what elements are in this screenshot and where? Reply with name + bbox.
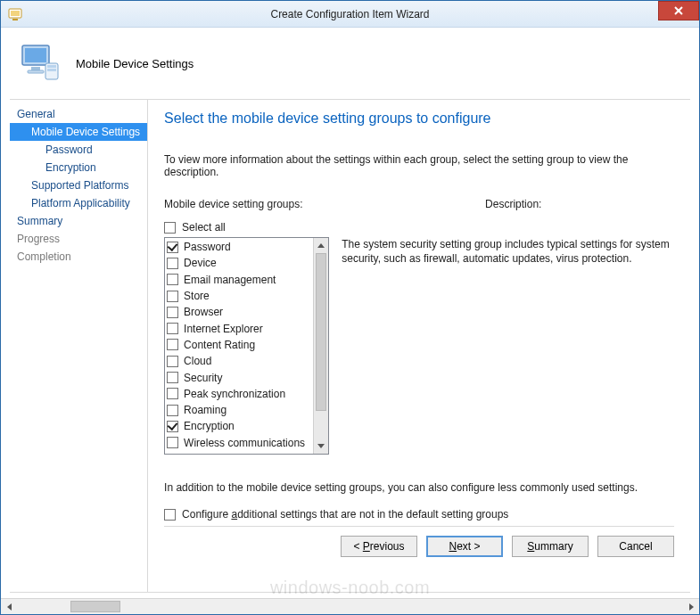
group-item-content-rating[interactable]: Content Rating (167, 337, 311, 353)
scroll-thumb[interactable] (316, 253, 326, 411)
configure-additional-label[interactable]: Configure additional settings that are n… (182, 508, 508, 521)
nav-item-supported-platforms[interactable]: Supported Platforms (10, 176, 147, 194)
banner: Mobile Device Settings (10, 37, 690, 99)
group-checkbox-store[interactable] (167, 291, 178, 302)
group-label-email-management[interactable]: Email management (184, 274, 276, 286)
group-checkbox-password[interactable] (167, 242, 178, 253)
group-checkbox-wireless-communications[interactable] (167, 437, 178, 448)
nav-item-progress: Progress (10, 230, 147, 248)
group-label-roaming[interactable]: Roaming (184, 404, 226, 416)
group-item-email-management[interactable]: Email management (167, 272, 311, 288)
body-area: Mobile Device Settings GeneralMobile Dev… (1, 28, 699, 598)
group-label-browser[interactable]: Browser (184, 306, 223, 318)
group-item-browser[interactable]: Browser (167, 304, 311, 320)
hscroll-thumb[interactable] (70, 601, 120, 612)
group-item-roaming[interactable]: Roaming (167, 402, 311, 418)
svg-marker-12 (317, 243, 325, 248)
cancel-button[interactable]: Cancel (597, 536, 674, 557)
group-label-cloud[interactable]: Cloud (184, 355, 211, 367)
group-checkbox-peak-synchronization[interactable] (167, 388, 178, 399)
nav-item-mobile-device-settings[interactable]: Mobile Device Settings (10, 123, 147, 141)
group-checkbox-email-management[interactable] (167, 274, 178, 285)
group-label-device[interactable]: Device (184, 257, 217, 269)
group-checkbox-device[interactable] (167, 258, 178, 269)
group-label-wireless-communications[interactable]: Wireless communications (184, 437, 305, 449)
scroll-up-icon[interactable] (314, 238, 328, 253)
group-checkbox-cloud[interactable] (167, 356, 178, 367)
svg-rect-7 (31, 67, 40, 70)
group-checkbox-content-rating[interactable] (167, 339, 178, 350)
group-item-encryption[interactable]: Encryption (167, 418, 311, 434)
group-checkbox-encryption[interactable] (167, 421, 178, 432)
nav-item-general[interactable]: General (10, 105, 147, 123)
select-all-row: Select all (164, 221, 674, 234)
footer-buttons: < Previous Next > Summary Cancel (164, 526, 674, 557)
intro-text: To view more information about the setti… (164, 153, 674, 178)
scroll-down-icon[interactable] (314, 439, 328, 454)
svg-marker-15 (689, 603, 694, 611)
main-split: GeneralMobile Device SettingsPasswordEnc… (10, 99, 690, 593)
group-checkbox-security[interactable] (167, 372, 178, 383)
column-labels: Mobile device setting groups: Descriptio… (164, 198, 674, 210)
svg-rect-6 (25, 48, 46, 62)
description-label: Description: (485, 198, 674, 210)
previous-button[interactable]: < Previous (341, 536, 417, 557)
svg-rect-1 (11, 11, 20, 16)
group-item-cloud[interactable]: Cloud (167, 353, 311, 369)
svg-rect-2 (12, 19, 18, 20)
window-hscrollbar[interactable] (1, 598, 699, 614)
group-label-password[interactable]: Password (184, 241, 231, 253)
group-item-internet-explorer[interactable]: Internet Explorer (167, 320, 311, 336)
svg-rect-10 (47, 65, 56, 68)
hscroll-track[interactable] (17, 599, 683, 614)
next-button[interactable]: Next > (426, 536, 503, 557)
wizard-nav: GeneralMobile Device SettingsPasswordEnc… (10, 99, 147, 593)
content-pane: Select the mobile device setting groups … (147, 99, 690, 593)
hscroll-right-icon[interactable] (683, 599, 699, 614)
groups-listbox-items: PasswordDeviceEmail managementStoreBrows… (165, 238, 313, 454)
group-item-device[interactable]: Device (167, 255, 311, 271)
titlebar: Create Configuration Item Wizard (1, 1, 699, 28)
computer-icon (19, 42, 62, 85)
group-checkbox-browser[interactable] (167, 307, 178, 318)
nav-item-encryption[interactable]: Encryption (10, 159, 147, 176)
groups-listbox[interactable]: PasswordDeviceEmail managementStoreBrows… (164, 237, 329, 455)
nav-item-password[interactable]: Password (10, 141, 147, 159)
select-all-label[interactable]: Select all (182, 221, 226, 234)
close-button[interactable] (658, 1, 699, 20)
app-icon (8, 7, 22, 21)
description-text: The system security setting group includ… (342, 237, 674, 266)
addition-note: In addition to the mobile device setting… (164, 481, 674, 494)
summary-button[interactable]: Summary (512, 536, 589, 557)
hscroll-left-icon[interactable] (1, 599, 17, 614)
content-heading: Select the mobile device setting groups … (164, 111, 674, 127)
group-item-password[interactable]: Password (167, 239, 311, 255)
group-item-store[interactable]: Store (167, 288, 311, 304)
group-label-internet-explorer[interactable]: Internet Explorer (184, 323, 263, 335)
nav-item-completion: Completion (10, 248, 147, 266)
svg-marker-14 (7, 603, 12, 611)
group-item-security[interactable]: Security (167, 369, 311, 385)
group-label-content-rating[interactable]: Content Rating (184, 339, 255, 351)
group-checkbox-roaming[interactable] (167, 405, 178, 416)
group-item-wireless-communications[interactable]: Wireless communications (167, 435, 311, 451)
nav-item-platform-applicability[interactable]: Platform Applicability (10, 194, 147, 212)
group-label-security[interactable]: Security (184, 372, 222, 384)
select-all-checkbox[interactable] (164, 222, 176, 234)
group-label-store[interactable]: Store (184, 290, 210, 302)
window-title: Create Configuration Item Wizard (270, 8, 429, 20)
svg-marker-13 (317, 444, 325, 448)
configure-additional-row: Configure additional settings that are n… (164, 508, 674, 521)
scroll-track[interactable] (314, 253, 328, 439)
group-item-peak-synchronization[interactable]: Peak synchronization (167, 386, 311, 402)
group-label-peak-synchronization[interactable]: Peak synchronization (184, 388, 285, 400)
wizard-window: Create Configuration Item Wizard (0, 0, 700, 615)
configure-additional-checkbox[interactable] (164, 509, 176, 521)
nav-item-summary[interactable]: Summary (10, 212, 147, 230)
svg-rect-11 (47, 69, 56, 71)
page-title: Mobile Device Settings (76, 57, 194, 70)
groups-row: PasswordDeviceEmail managementStoreBrows… (164, 237, 674, 455)
group-checkbox-internet-explorer[interactable] (167, 323, 178, 334)
group-label-encryption[interactable]: Encryption (184, 420, 235, 432)
groups-scrollbar[interactable] (313, 238, 328, 454)
